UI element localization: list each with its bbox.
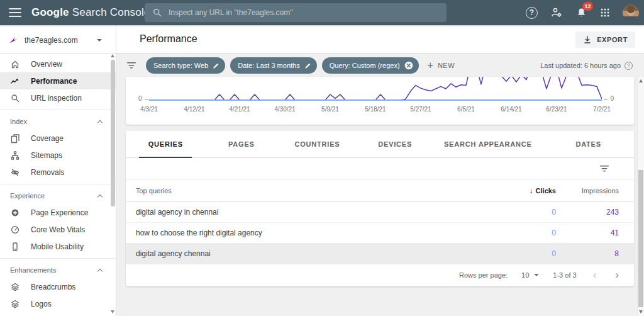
- query-cell: digital agency in chennai: [126, 208, 487, 217]
- x-axis-label: 6/23/21: [546, 106, 567, 113]
- table-row[interactable]: digital agency chennai 0 8: [126, 244, 634, 264]
- app-logo[interactable]: Google Search Console: [31, 6, 150, 19]
- divider: [0, 184, 116, 184]
- scroll-down-icon[interactable]: [111, 310, 114, 313]
- sidebar-item-page-experience[interactable]: Page Experience: [0, 204, 116, 221]
- sidebar: the7eagles.com Overview Performance URL …: [0, 25, 116, 316]
- top-app-bar: Google Search Console Inspect any URL in…: [0, 0, 644, 25]
- sidebar-item-mobile-usability[interactable]: Mobile Usability: [0, 238, 116, 255]
- eye-off-icon: [10, 167, 20, 178]
- scrollbar-thumb[interactable]: [638, 170, 643, 307]
- chevron-up-icon: [97, 268, 103, 273]
- filter-chip-date[interactable]: Date: Last 3 months: [230, 57, 316, 74]
- axis-tick: [145, 99, 148, 100]
- plus-icon: +: [428, 60, 433, 71]
- main-content: Performance EXPORT Search type: Web Date…: [116, 25, 644, 316]
- export-button[interactable]: EXPORT: [575, 31, 635, 48]
- section-index[interactable]: Index: [0, 113, 116, 130]
- notification-badge: 12: [582, 2, 593, 11]
- rows-per-page-label: Rows per page:: [459, 271, 508, 279]
- sidebar-item-performance[interactable]: Performance: [0, 72, 116, 89]
- previous-page-icon[interactable]: ‹: [591, 269, 599, 280]
- scroll-up-icon[interactable]: [639, 79, 643, 82]
- table-filter-icon[interactable]: [599, 164, 610, 174]
- x-axis-label: 4/21/21: [229, 106, 250, 113]
- notifications-bell-icon[interactable]: 12: [575, 7, 587, 19]
- download-icon: [583, 35, 592, 44]
- sidebar-item-coverage[interactable]: Coverage: [0, 130, 116, 147]
- caret-down-icon: [97, 39, 102, 42]
- section-enhancements[interactable]: Enhancements: [0, 262, 116, 278]
- query-cell: digital agency chennai: [126, 249, 487, 258]
- pagination: Rows per page: 10 1-3 of 3 ‹ ›: [126, 264, 634, 285]
- filter-chip-query-regex[interactable]: Query: Custom (regex): [322, 57, 419, 74]
- logo-google: Google: [31, 6, 69, 19]
- sidebar-item-sitemaps[interactable]: Sitemaps: [0, 147, 116, 164]
- pagination-range: 1-3 of 3: [553, 271, 576, 279]
- next-page-icon[interactable]: ›: [613, 269, 621, 280]
- help-icon[interactable]: ?: [526, 7, 538, 19]
- sidebar-item-breadcrumbs[interactable]: Breadcrumbs: [0, 278, 116, 295]
- column-clicks[interactable]: ↓ Clicks: [487, 186, 556, 195]
- tab-countries[interactable]: COUNTRIES: [277, 131, 357, 157]
- apps-grid-icon[interactable]: [600, 8, 610, 18]
- remove-filter-icon[interactable]: [404, 61, 413, 70]
- sidebar-nav: Overview Performance URL inspection Inde…: [0, 55, 116, 316]
- property-selector[interactable]: the7eagles.com: [0, 29, 111, 52]
- home-icon: [10, 59, 20, 69]
- new-filter-button[interactable]: + NEW: [428, 60, 455, 71]
- last-updated: Last updated: 6 hours ago ?: [540, 62, 633, 70]
- x-axis-labels: 4/3/214/12/214/21/214/30/215/9/215/18/21…: [149, 106, 602, 115]
- sidebar-item-overview[interactable]: Overview: [0, 55, 116, 72]
- tab-search-appearance[interactable]: SEARCH APPEARANCE: [433, 131, 543, 157]
- sidebar-item-core-web-vitals[interactable]: Core Web Vitals: [0, 221, 116, 238]
- table-row[interactable]: how to choose the right digital agency 0…: [126, 223, 634, 244]
- table-header-row: Top queries ↓ Clicks Impressions: [126, 179, 634, 202]
- divider: [0, 110, 116, 110]
- divider: [0, 258, 116, 259]
- property-name: the7eagles.com: [25, 36, 97, 45]
- column-impressions[interactable]: Impressions: [556, 187, 634, 195]
- performance-chart-card: 0 0 4/3/214/12/214/21/214/30/215/9/215/1…: [126, 77, 634, 125]
- table-row[interactable]: digital agency in chennai 0 243: [126, 202, 634, 223]
- impressions-cell: 8: [556, 249, 634, 258]
- column-top-queries[interactable]: Top queries: [126, 187, 487, 195]
- sidebar-item-removals[interactable]: Removals: [0, 164, 116, 181]
- x-axis-label: 5/27/21: [410, 106, 431, 113]
- user-settings-icon[interactable]: [550, 6, 563, 19]
- sidebar-item-logos[interactable]: Logos: [0, 295, 116, 312]
- logo-product: Search Console: [72, 6, 150, 19]
- performance-chart[interactable]: [149, 77, 602, 102]
- scrollbar-thumb[interactable]: [111, 60, 115, 206]
- tab-devices[interactable]: DEVICES: [357, 131, 433, 157]
- x-axis-label: 4/3/21: [140, 106, 158, 113]
- filter-list-icon[interactable]: [126, 60, 137, 71]
- scroll-down-icon[interactable]: [639, 310, 643, 313]
- chevron-up-icon: [97, 120, 103, 125]
- tab-pages[interactable]: PAGES: [206, 131, 278, 157]
- page-title: Performance: [140, 33, 197, 45]
- info-question-icon[interactable]: ?: [625, 62, 633, 70]
- sidebar-item-url-inspection[interactable]: URL inspection: [0, 89, 116, 106]
- chart-line-impressions: [149, 77, 602, 100]
- tab-queries[interactable]: QUERIES: [126, 131, 206, 157]
- x-axis-label: 5/9/21: [321, 106, 339, 113]
- caret-down-icon: [534, 274, 539, 276]
- x-axis-label: 4/12/21: [184, 106, 204, 113]
- axis-tick: [604, 99, 608, 100]
- sidebar-scrollbar[interactable]: [111, 54, 115, 313]
- main-scrollbar[interactable]: [637, 77, 644, 316]
- edit-icon: [213, 62, 219, 69]
- section-experience[interactable]: Experience: [0, 188, 116, 204]
- layers-icon: [10, 282, 20, 292]
- rows-per-page-select[interactable]: 10: [521, 271, 539, 279]
- url-inspect-search[interactable]: Inspect any URL in "the7eagles.com": [145, 3, 447, 22]
- filter-chip-search-type[interactable]: Search type: Web: [146, 57, 225, 74]
- scroll-up-icon[interactable]: [111, 54, 114, 57]
- impressions-cell: 243: [556, 208, 634, 217]
- x-axis-label: 6/5/21: [457, 106, 475, 113]
- menu-icon[interactable]: [9, 8, 21, 17]
- user-avatar[interactable]: [623, 4, 639, 21]
- tab-dates[interactable]: DATES: [543, 131, 634, 157]
- edit-icon: [304, 62, 311, 69]
